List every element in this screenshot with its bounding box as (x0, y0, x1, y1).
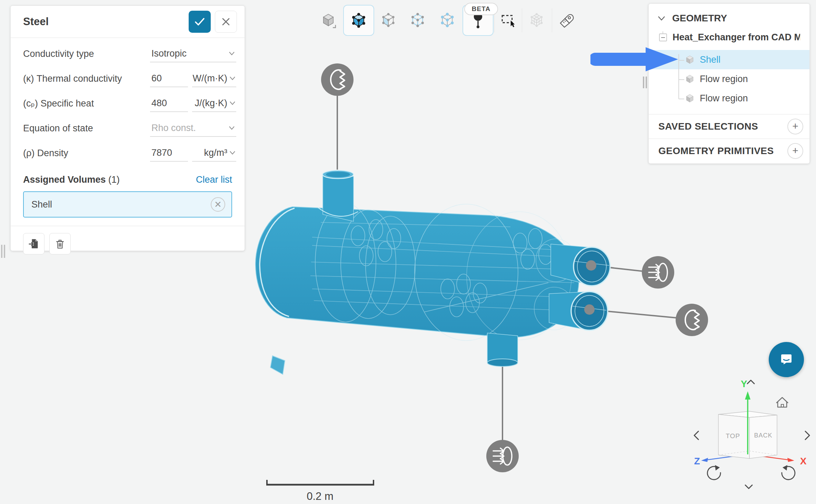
cube-top-label: TOP (726, 432, 740, 440)
geometry-primitives-section[interactable]: GEOMETRY PRIMITIVES + (649, 139, 809, 163)
saved-selections-section[interactable]: SAVED SELECTIONS + (649, 114, 809, 139)
tree-item-shell[interactable]: Shell (649, 50, 809, 69)
collapse-node-icon[interactable] (659, 33, 667, 41)
field-label: Equation of state (23, 123, 150, 134)
support-chat-button[interactable] (769, 342, 804, 377)
beta-badge: BETA (464, 3, 498, 15)
delete-button[interactable] (49, 233, 71, 254)
solid-cube-icon (319, 11, 337, 29)
specific-heat-input[interactable] (150, 95, 188, 112)
tree-item-flow-region-2[interactable]: Flow region (649, 89, 809, 108)
panel-resize-handle[interactable] (1, 245, 5, 258)
material-panel: Steel Conductivity type Isotropic (10, 6, 245, 251)
rotate-right-chevron[interactable] (805, 431, 809, 440)
roll-ccw-button[interactable] (707, 466, 720, 480)
density-input[interactable] (150, 145, 188, 162)
density-unit-select[interactable]: kg/m³ (192, 145, 236, 162)
box-select-icon (499, 11, 517, 29)
tree-root-row[interactable]: Heat_Exchanger from CAD Mo... (649, 29, 809, 45)
chip-label: Shell (31, 199, 211, 210)
trash-icon (54, 238, 66, 250)
home-view-button[interactable] (776, 397, 788, 407)
clear-list-link[interactable]: Clear list (196, 174, 232, 185)
chevron-down-icon (229, 101, 236, 105)
model-lower-port[interactable] (549, 292, 608, 330)
measure-tool-icon (558, 11, 576, 29)
assigned-volumes-count: (1) (108, 174, 120, 185)
select-edge-icon (409, 11, 427, 29)
add-saved-selection-button[interactable]: + (787, 119, 803, 134)
field-density: (ρ) Density kg/m³ (11, 141, 245, 165)
tree-item-label: Flow region (700, 93, 748, 104)
tree-item-flow-region-1[interactable]: Flow region (649, 69, 809, 89)
mesh-display-button[interactable] (527, 9, 546, 31)
chevron-down-icon (229, 151, 236, 155)
toolbar-separator (552, 8, 552, 32)
navigation-cube[interactable]: TOP BACK Y Z X (685, 371, 816, 504)
chevron-down-icon (229, 76, 236, 80)
chevron-down-icon (229, 51, 235, 56)
x-axis-arrow (787, 458, 794, 462)
marker-inlet-bottom[interactable] (486, 440, 519, 472)
marker-inlet-right-upper[interactable] (642, 256, 674, 289)
x-axis-label: X (800, 456, 807, 466)
panel-resize-handle[interactable] (643, 77, 647, 88)
measure-tool-button[interactable] (557, 9, 576, 31)
field-equation-of-state: Equation of state Rho const. (11, 116, 245, 141)
chevron-down-icon (658, 16, 665, 21)
model-top-nozzle[interactable] (318, 170, 358, 221)
add-geometry-primitive-button[interactable]: + (787, 143, 803, 159)
assigned-volumes-label: Assigned Volumes (23, 174, 106, 185)
equation-of-state-select[interactable]: Rho const. (150, 120, 236, 137)
specific-heat-unit-select[interactable]: J/(kg·K) (192, 95, 236, 112)
select-volume-button[interactable] (343, 5, 374, 36)
field-conductivity-type: Conductivity type Isotropic (11, 41, 245, 66)
box-select-button[interactable] (498, 9, 518, 31)
select-vertex-button[interactable] (438, 9, 457, 31)
conductivity-type-select[interactable]: Isotropic (150, 46, 236, 62)
tree-root-label: Heat_Exchanger from CAD Mo... (673, 32, 800, 43)
thermal-conductivity-unit-select[interactable]: W/(m·K) (192, 70, 236, 87)
material-panel-footer (11, 226, 245, 261)
rotate-left-chevron[interactable] (694, 431, 698, 440)
marker-outlet-right-lower[interactable] (676, 304, 708, 336)
geometry-primitives-label: GEOMETRY PRIMITIVES (658, 145, 787, 157)
unit-value: kg/m³ (204, 148, 228, 158)
chat-bubble-icon (777, 351, 795, 369)
rotate-up-chevron[interactable] (747, 380, 754, 384)
field-label: (ρ) Density (23, 148, 150, 159)
model-left-stub (270, 356, 285, 374)
material-title: Steel (23, 16, 189, 28)
anchor-dot (584, 304, 595, 315)
marker-outlet-top[interactable] (321, 63, 354, 96)
select-volume-icon (349, 11, 368, 30)
assign-selection-button[interactable] (23, 233, 44, 254)
field-label: (κ) Thermal conductivity (23, 73, 150, 84)
geometry-section-header[interactable]: GEOMETRY (649, 4, 809, 29)
mesh-display-icon (528, 11, 546, 29)
heat-exchanger-model[interactable] (256, 170, 610, 374)
model-shell-body[interactable] (256, 207, 579, 337)
assigned-volumes-header: Assigned Volumes (1) Clear list (11, 165, 245, 189)
rotate-down-chevron[interactable] (745, 485, 752, 488)
roll-cw-button[interactable] (782, 466, 795, 480)
select-vertex-icon (438, 11, 456, 29)
select-face-button[interactable] (379, 9, 398, 31)
model-bottom-nozzle[interactable] (487, 333, 518, 366)
z-axis-label: Z (694, 456, 700, 466)
unit-value: J/(kg·K) (195, 98, 228, 109)
solid-cube-view-button[interactable] (319, 9, 338, 31)
assigned-volume-chip[interactable]: Shell ✕ (23, 191, 232, 218)
cancel-button[interactable] (215, 11, 237, 33)
field-specific-heat: (cₚ) Specific heat J/(kg·K) (11, 91, 245, 116)
select-edge-button[interactable] (408, 9, 427, 31)
apply-button[interactable] (189, 11, 211, 33)
thermal-conductivity-input[interactable] (150, 70, 188, 87)
tree-item-label: Shell (700, 54, 720, 65)
solid-cube-icon (685, 54, 695, 65)
field-label: Conductivity type (23, 49, 150, 59)
tree-item-label: Flow region (700, 74, 748, 84)
select-value: Isotropic (151, 48, 187, 59)
remove-chip-button[interactable]: ✕ (211, 197, 225, 212)
solid-cube-icon (685, 93, 695, 103)
